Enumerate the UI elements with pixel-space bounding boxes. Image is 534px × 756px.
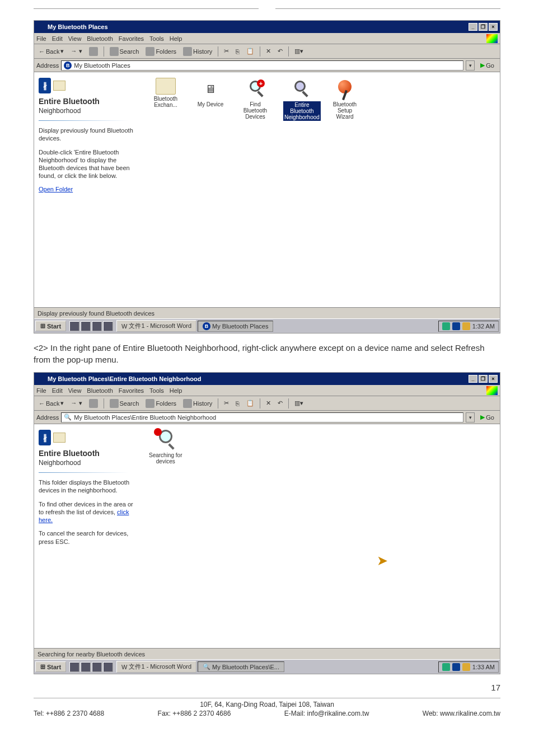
undo-button[interactable]: ↶ <box>275 398 285 408</box>
address-dropdown[interactable]: ▾ <box>466 412 475 422</box>
address-input[interactable]: 🔍 My Bluetooth Places\Entire Bluetooth N… <box>61 412 463 422</box>
search-button[interactable]: Search <box>107 46 142 57</box>
right-content-pane[interactable]: Searching fordevices ➤ <box>143 424 500 648</box>
bluetooth-badge-icon: ∦ <box>39 430 51 445</box>
forward-button[interactable]: → ▾ <box>68 46 84 56</box>
app-icon <box>36 374 45 383</box>
cut-button[interactable]: ✂ <box>222 46 231 56</box>
menu-edit[interactable]: Edit <box>52 387 63 394</box>
ql-icon[interactable] <box>92 321 102 331</box>
forward-button[interactable]: → ▾ <box>68 398 84 408</box>
pane-description-2: To find other devices in the area or to … <box>39 500 139 524</box>
quick-launch <box>67 662 115 672</box>
copy-button[interactable]: ⎘ <box>233 47 242 56</box>
menu-tools[interactable]: Tools <box>149 387 164 394</box>
folders-button[interactable]: Folders <box>143 398 179 409</box>
menu-tools[interactable]: Tools <box>149 35 164 42</box>
address-label: Address <box>36 62 59 69</box>
menu-edit[interactable]: Edit <box>52 35 63 42</box>
menubar: File Edit View Bluetooth Favorites Tools… <box>34 385 500 396</box>
taskbar: ⊞ Start W文件1 - Microsoft Word 🔍My Blueto… <box>34 659 500 674</box>
pane-title: Entire Bluetooth <box>39 449 139 458</box>
maximize-button[interactable]: ❐ <box>479 23 488 31</box>
pane-subtitle: Neighborhood <box>39 459 139 467</box>
history-button[interactable]: History <box>181 46 214 57</box>
folders-button[interactable]: Folders <box>143 46 179 57</box>
right-content-pane[interactable]: Bluetooth Exchan... 🖥 My Device + Find B… <box>143 72 500 307</box>
tray-icon[interactable] <box>442 322 450 330</box>
menu-view[interactable]: View <box>68 387 82 394</box>
menu-file[interactable]: File <box>36 35 46 42</box>
paste-button[interactable]: 📋 <box>244 46 256 56</box>
menu-bluetooth[interactable]: Bluetooth <box>87 387 113 394</box>
quick-launch <box>67 321 115 331</box>
item-my-device[interactable]: 🖥 My Device <box>194 78 227 107</box>
minimize-button[interactable]: _ <box>469 375 477 383</box>
ql-icon[interactable] <box>92 662 102 672</box>
start-button[interactable]: ⊞ Start <box>35 321 66 331</box>
delete-button[interactable]: ✕ <box>264 398 273 408</box>
back-button[interactable]: ← Back ▾ <box>36 398 66 408</box>
minimize-button[interactable]: _ <box>469 23 477 31</box>
search-button[interactable]: Search <box>107 398 142 409</box>
taskbar: ⊞ Start W文件1 - Microsoft Word BMy Blueto… <box>34 318 500 333</box>
close-button[interactable]: × <box>489 23 498 31</box>
up-button[interactable] <box>87 398 100 409</box>
top-divider <box>34 8 500 9</box>
cursor-icon: ➤ <box>377 553 388 569</box>
go-button[interactable]: ▶Go <box>477 414 498 421</box>
item-bluetooth-setup-wizard[interactable]: BluetoothSetup Wizard <box>328 78 362 120</box>
address-bar: Address 🔍 My Bluetooth Places\Entire Blu… <box>34 411 500 424</box>
menu-favorites[interactable]: Favorites <box>119 387 144 394</box>
tray-icon[interactable] <box>452 322 460 330</box>
ql-icon[interactable] <box>69 662 79 672</box>
wizard-icon <box>334 78 356 100</box>
system-tray: 1:33 AM <box>438 661 499 673</box>
ql-icon[interactable] <box>103 662 113 672</box>
menu-help[interactable]: Help <box>170 387 182 394</box>
up-button[interactable] <box>87 46 100 57</box>
views-button[interactable]: ▥▾ <box>292 398 306 408</box>
task-bluetooth-places[interactable]: BMy Bluetooth Places <box>198 321 273 332</box>
open-folder-link[interactable]: Open Folder <box>39 186 139 192</box>
views-button[interactable]: ▥▾ <box>292 46 306 56</box>
ql-icon[interactable] <box>69 321 79 331</box>
search-icon: 🔍 <box>64 414 72 421</box>
footer-email: E-Mail: info@rikaline.com.tw <box>284 710 369 717</box>
menu-bluetooth[interactable]: Bluetooth <box>87 35 113 42</box>
task-word[interactable]: W文件1 - Microsoft Word <box>116 320 196 332</box>
start-button[interactable]: ⊞ Start <box>35 661 66 672</box>
task-bluetooth-places[interactable]: 🔍My Bluetooth Places\E... <box>198 661 284 672</box>
go-button[interactable]: ▶Go <box>477 62 498 69</box>
ql-icon[interactable] <box>81 662 91 672</box>
history-button[interactable]: History <box>181 398 214 409</box>
task-word[interactable]: W文件1 - Microsoft Word <box>116 661 196 673</box>
toolbar: ← Back ▾ → ▾ Search Folders History ✂ ⎘ … <box>34 396 500 411</box>
ql-icon[interactable] <box>103 321 113 331</box>
item-entire-bluetooth-neighborhood[interactable]: Entire Bluetooth Neighborhood <box>283 78 317 121</box>
tray-icon[interactable] <box>462 322 470 330</box>
tray-icon[interactable] <box>462 663 470 671</box>
undo-button[interactable]: ↶ <box>275 46 285 56</box>
menu-view[interactable]: View <box>68 35 82 42</box>
tray-icon[interactable] <box>452 663 460 671</box>
titlebar: My Bluetooth Places\Entire Bluetooth Nei… <box>34 373 500 385</box>
tray-icon[interactable] <box>442 663 450 671</box>
address-dropdown[interactable]: ▾ <box>466 60 475 71</box>
delete-button[interactable]: ✕ <box>264 46 273 56</box>
address-input[interactable]: B My Bluetooth Places <box>61 60 463 71</box>
menu-file[interactable]: File <box>36 387 46 394</box>
ql-icon[interactable] <box>81 321 91 331</box>
cut-button[interactable]: ✂ <box>222 398 231 408</box>
address-value: My Bluetooth Places <box>74 62 130 69</box>
close-button[interactable]: × <box>489 375 498 383</box>
menu-help[interactable]: Help <box>170 35 182 42</box>
back-button[interactable]: ← Back ▾ <box>36 46 66 56</box>
clock: 1:33 AM <box>472 664 495 670</box>
item-bluetooth-exchange[interactable]: Bluetooth Exchan... <box>149 78 182 108</box>
paste-button[interactable]: 📋 <box>244 398 256 408</box>
maximize-button[interactable]: ❐ <box>479 375 488 383</box>
copy-button[interactable]: ⎘ <box>233 399 242 408</box>
menu-favorites[interactable]: Favorites <box>119 35 144 42</box>
item-find-bluetooth-devices[interactable]: + Find Bluetooth Devices <box>238 78 272 120</box>
